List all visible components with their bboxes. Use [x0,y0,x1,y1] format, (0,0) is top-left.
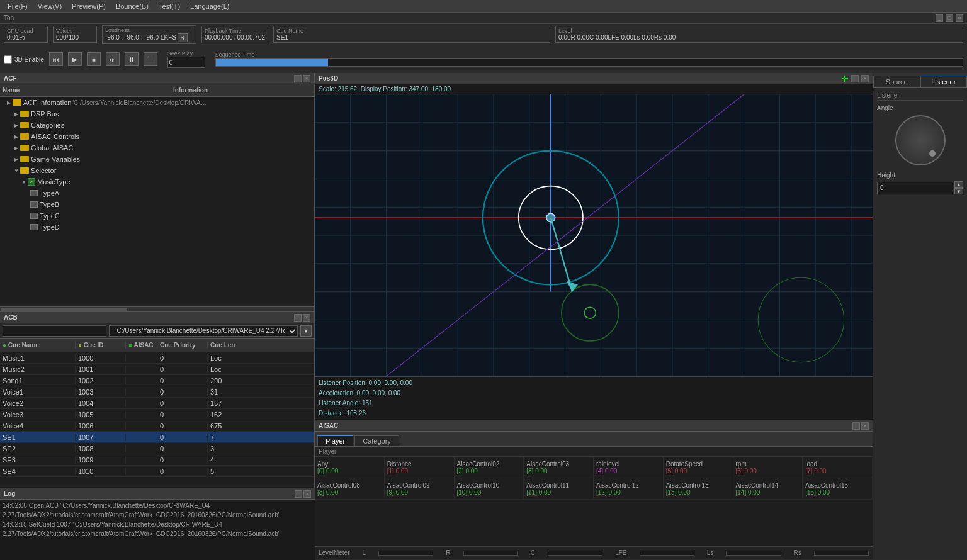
menu-bounce[interactable]: Bounce(B) [111,1,154,11]
aisac-cell-03[interactable]: AisacControl03 [3] 0.00 [524,457,594,478]
transport-prev-btn[interactable]: ⏮ [49,52,63,66]
tree-item[interactable]: TypeD [0,221,314,233]
aisac-cell-any[interactable]: Any [0] 0.00 [315,457,385,478]
cue-name: Music2 [0,366,76,373]
transport-play-btn[interactable]: ▶ [68,52,82,66]
loudness-reset-btn[interactable]: R [178,33,188,42]
window-maximize[interactable]: □ [946,14,953,22]
cue-priority: 0 [157,400,208,407]
log-entry: 14:02:08 Open ACB "C:/Users/Yannick.Blan… [3,501,312,520]
menu-language[interactable]: Language(L) [185,1,234,11]
height-decrement-btn[interactable]: ▼ [954,188,963,194]
tree-item[interactable]: TypeB [0,199,314,210]
tree-item[interactable]: ▶ Categories [0,120,314,131]
menu-file[interactable]: File(F) [3,1,33,11]
tree-item[interactable]: TypeC [0,210,314,221]
aisac-cell-13[interactable]: AisacControl13 [13] 0.00 [664,478,733,499]
aisac-close-btn[interactable]: × [861,422,869,430]
aisac-cell-10[interactable]: AisacControl10 [10] 0.00 [455,478,524,499]
tree-item-selector[interactable]: ▼ Selector [0,165,314,176]
aisac-minimize-btn[interactable]: _ [852,422,860,430]
cue-row[interactable]: Song1 1002 0 290 [0,375,314,386]
aisac-tabs: Player Category [315,432,873,447]
menu-preview[interactable]: Preview(P) [67,1,111,11]
aisac-name: AisacControl11 [526,482,591,489]
angle-dial[interactable] [895,115,946,165]
cue-name: Song1 [0,377,76,384]
aisac-cell-rpm[interactable]: rpm [6] 0.00 [733,457,803,478]
cue-row[interactable]: Voice1 1003 0 31 [0,386,314,398]
aisac-cell-08[interactable]: AisacControl08 [8] 0.00 [315,478,385,499]
window-minimize[interactable]: _ [936,14,943,22]
cue-row[interactable]: Voice4 1006 0 675 [0,420,314,432]
tree-item[interactable]: ▶ Global AISAC [0,142,314,154]
aisac-row: Any [0] 0.00 Distance [1] 0.00 AisacCont… [315,457,873,478]
height-input[interactable] [877,182,953,194]
acb-path-dropdown-btn[interactable]: ▼ [300,325,312,337]
acb-minimize-btn[interactable]: _ [294,314,302,322]
log-minimize-btn[interactable]: _ [295,490,302,498]
aisac-cell-09[interactable]: AisacControl09 [9] 0.00 [385,478,455,499]
cue-row-selected[interactable]: SE1 1007 0 7 [0,432,314,443]
tree-item[interactable]: ▼ ✓ MusicType [0,176,314,188]
aisac-cell-14[interactable]: AisacControl14 [14] 0.00 [733,478,803,499]
height-increment-btn[interactable]: ▲ [954,181,963,188]
menu-view[interactable]: View(V) [33,1,67,11]
tree-item[interactable]: ▶ AISAC Controls [0,131,314,142]
listener-section: Listener Angle Height ▲ ▼ [873,88,967,198]
acf-close-btn[interactable]: × [303,75,310,82]
aisac-title: AISAC [319,422,338,429]
cue-row[interactable]: Music1 1000 0 Loc [0,352,314,364]
log-content[interactable]: 14:02:08 Open ACB "C:/Users/Yannick.Blan… [0,500,315,560]
acb-search-input[interactable] [3,325,106,337]
window-close[interactable]: × [956,14,963,22]
acb-close-btn[interactable]: × [303,314,310,322]
cue-row[interactable]: Voice2 1004 0 157 [0,398,314,409]
cue-row[interactable]: Voice3 1005 0 162 [0,409,314,420]
tab-category[interactable]: Category [354,435,399,446]
aisac-cell-rainlevel[interactable]: rainlevel [4] 0.00 [594,457,664,478]
tree-arrow: ▼ [13,167,20,174]
aisac-cell-02[interactable]: AisacControl02 [2] 0.00 [455,457,524,478]
acb-path-select[interactable]: "C:/Users/Yannick.Blanchette/Desktop/CRI… [109,325,298,337]
tree-item[interactable]: ▶ Game Variables [0,154,314,165]
log-close-btn[interactable]: × [303,490,311,498]
tree-item[interactable]: ▶ DSP Bus [0,108,314,120]
tab-listener[interactable]: Listener [920,76,968,87]
enable-3d-checkbox[interactable] [4,55,12,64]
aisac-cell-15[interactable]: AisacControl15 [15] 0.00 [803,478,873,499]
menu-test[interactable]: Test(T) [154,1,185,11]
aisac-cell-load[interactable]: load [7] 0.00 [803,457,873,478]
player-group-label: Player [315,447,873,457]
sequence-bar[interactable] [215,58,963,67]
transport-pause-btn[interactable]: ⏸ [125,52,139,66]
tree-label: TypeB [40,201,59,208]
pos3d-close-btn[interactable]: × [861,75,869,82]
acf-minimize-btn[interactable]: _ [294,75,302,82]
tree-item[interactable]: TypeA [0,188,314,199]
cue-row[interactable]: SE2 1008 0 3 [0,443,314,454]
cue-row[interactable]: Music2 1001 0 Loc [0,364,314,375]
pos3d-minimize-btn[interactable]: _ [851,75,859,82]
aisac-cell-12[interactable]: AisacControl12 [12] 0.00 [594,478,664,499]
aisac-cell-distance[interactable]: Distance [1] 0.00 [385,457,455,478]
tree-arrow: ▶ [13,133,20,140]
pos3d-add-btn[interactable]: ✛ [841,74,849,84]
acf-scrollbar[interactable] [0,306,314,311]
pos3d-canvas[interactable] [315,94,873,376]
transport-record-btn[interactable]: ⬛ [144,52,157,66]
transport-stop-btn[interactable]: ■ [87,52,101,66]
transport-next-btn[interactable]: ⏭ [106,52,120,66]
cue-id: 1008 [76,445,126,452]
right-panel: Source Listener Listener Angle Height ▲ … [873,73,967,559]
cue-row[interactable]: SE3 1009 0 4 [0,454,314,466]
top-label: Top [4,14,14,21]
seek-input[interactable] [167,57,205,68]
tree-item[interactable]: ▶ ACF Infomation "C:/Users/Yannick.Blanc… [0,97,314,108]
aisac-cell-rotatespeed[interactable]: RotateSpeed [5] 0.00 [664,457,733,478]
tab-player[interactable]: Player [317,435,353,446]
aisac-cell-11[interactable]: AisacControl11 [11] 0.00 [524,478,594,499]
tab-source[interactable]: Source [873,76,920,87]
check-icon: ✓ [28,178,35,186]
cue-row[interactable]: SE4 1010 0 5 [0,466,314,477]
